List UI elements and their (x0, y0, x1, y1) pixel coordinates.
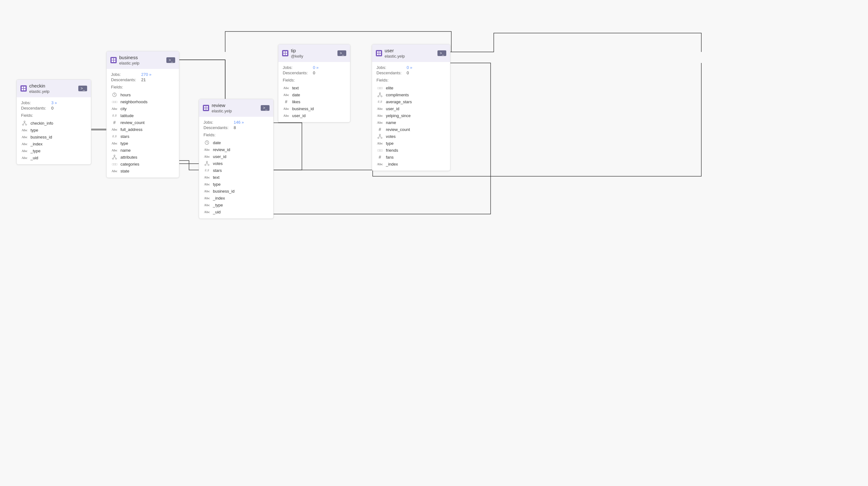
tip-jobs-count[interactable]: 0 » (313, 65, 318, 70)
tip-cmd-button[interactable]: >_ (337, 50, 346, 56)
review-jobs-count[interactable]: 146 » (234, 120, 244, 125)
review-card-header: review elastic.yelp >_ (199, 99, 273, 117)
checkin-field-type: Abc type (21, 126, 87, 134)
checkin-field-checkin_info: checkin_info (21, 120, 87, 126)
user-descendants-label: Descendants: (376, 70, 405, 75)
review-field-date: date (204, 139, 269, 146)
business-descendants-label: Descendants: (111, 78, 139, 82)
user-subtitle: elastic.yelp (384, 54, 405, 59)
compliments-network-icon (376, 92, 383, 97)
user-votes-network-icon (376, 134, 383, 139)
network-icon (21, 120, 28, 125)
svg-rect-2 (22, 89, 23, 90)
business-cmd-button[interactable]: >_ (166, 57, 175, 63)
review-field-_type: Abc _type (204, 201, 269, 208)
svg-rect-21 (204, 106, 206, 108)
svg-point-48 (381, 137, 382, 139)
svg-rect-24 (206, 108, 208, 110)
review-icon (203, 105, 209, 111)
business-jobs-count[interactable]: 270 » (141, 72, 152, 77)
user-title: user (384, 48, 405, 54)
business-icon (111, 57, 117, 63)
checkin-icon (21, 85, 27, 92)
checkin-cmd-button[interactable]: >_ (78, 86, 87, 91)
svg-rect-35 (283, 54, 285, 55)
review-jobs-label: Jobs: (204, 120, 232, 125)
checkin-field-_type: Abc _type (21, 147, 87, 154)
svg-point-17 (112, 158, 114, 159)
svg-point-28 (206, 161, 208, 163)
svg-point-16 (114, 155, 115, 156)
review-title: review (212, 102, 232, 109)
svg-line-44 (379, 94, 380, 96)
votes-network-icon (204, 161, 210, 166)
svg-point-4 (24, 121, 25, 122)
svg-point-42 (378, 96, 379, 97)
checkin-card-header: checkin elastic.yelp >_ (17, 80, 91, 97)
svg-line-49 (379, 135, 380, 137)
checkin-fields-label: Fields: (21, 113, 87, 118)
checkin-jobs-count[interactable]: 3 » (51, 101, 57, 105)
svg-line-27 (207, 143, 208, 143)
user-field-_index: Abc _index (376, 161, 446, 168)
business-field-stars: #.# stars (111, 133, 175, 140)
user-field-type: Abc type (376, 140, 446, 147)
business-card: business elastic.yelp >_ Jobs: 270 » Des… (106, 51, 179, 178)
user-field-average_stars: #.# average_stars (376, 98, 446, 105)
business-subtitle: elastic.yelp (119, 61, 139, 66)
svg-point-29 (205, 164, 206, 166)
user-field-compliments: compliments (376, 91, 446, 98)
checkin-field-_index: Abc _index (21, 140, 87, 147)
review-subtitle: elastic.yelp (212, 109, 232, 114)
tip-descendants-count: 0 (313, 70, 315, 75)
business-field-latitude: #.# latitude (111, 112, 175, 119)
business-field-full_address: Abc full_address (111, 126, 175, 133)
svg-rect-9 (112, 58, 113, 60)
tip-field-date: Abc date (283, 91, 346, 98)
user-card: user elastic.yelp >_ Jobs: 0 » Descendan… (372, 44, 451, 171)
business-field-attributes: attributes (111, 153, 175, 161)
svg-rect-10 (114, 58, 116, 60)
user-fields-label: Fields: (376, 78, 446, 83)
svg-rect-38 (379, 51, 381, 53)
business-field-neighborhoods: □□□ neighborhoods (111, 98, 175, 105)
checkin-card: checkin elastic.yelp >_ Jobs: 3 » Descen… (17, 79, 91, 165)
tip-descendants-label: Descendants: (283, 70, 311, 75)
svg-line-15 (115, 95, 116, 95)
svg-point-47 (378, 137, 379, 139)
svg-rect-1 (24, 87, 26, 88)
review-field-type: Abc type (204, 181, 269, 188)
svg-line-8 (25, 122, 26, 124)
svg-rect-39 (377, 54, 379, 55)
business-title: business (119, 54, 139, 61)
date-clock-icon (204, 140, 210, 145)
checkin-descendants-count: 0 (51, 106, 54, 111)
svg-line-20 (115, 156, 116, 158)
tip-title: tip (291, 48, 303, 54)
review-descendants-label: Descendants: (204, 125, 232, 130)
user-jobs-label: Jobs: (376, 65, 405, 70)
svg-rect-3 (24, 89, 26, 90)
svg-line-50 (380, 135, 381, 137)
tip-jobs-label: Jobs: (283, 65, 311, 70)
checkin-descendants-label: Descendants: (21, 106, 50, 111)
user-field-yelping_since: Abc yelping_since (376, 112, 446, 119)
business-jobs-label: Jobs: (111, 72, 139, 77)
business-fields-label: Fields: (111, 85, 175, 89)
review-field-_uid: Abc _uid (204, 208, 269, 215)
user-cmd-button[interactable]: >_ (437, 50, 446, 56)
review-field-text: Abc text (204, 174, 269, 181)
checkin-field-business_id: Abc business_id (21, 134, 87, 140)
review-field-user_id: Abc user_id (204, 153, 269, 160)
tip-field-business_id: Abc business_id (283, 105, 346, 112)
checkin-field-_uid: Abc _uid (21, 154, 87, 161)
svg-rect-34 (285, 51, 287, 53)
business-field-review_count: # review_count (111, 119, 175, 126)
user-jobs-count[interactable]: 0 » (407, 65, 412, 70)
svg-line-7 (24, 122, 25, 124)
svg-point-30 (208, 164, 209, 166)
svg-point-18 (116, 158, 117, 159)
svg-line-45 (380, 94, 381, 96)
svg-point-43 (381, 96, 382, 97)
review-cmd-button[interactable]: >_ (261, 105, 270, 111)
